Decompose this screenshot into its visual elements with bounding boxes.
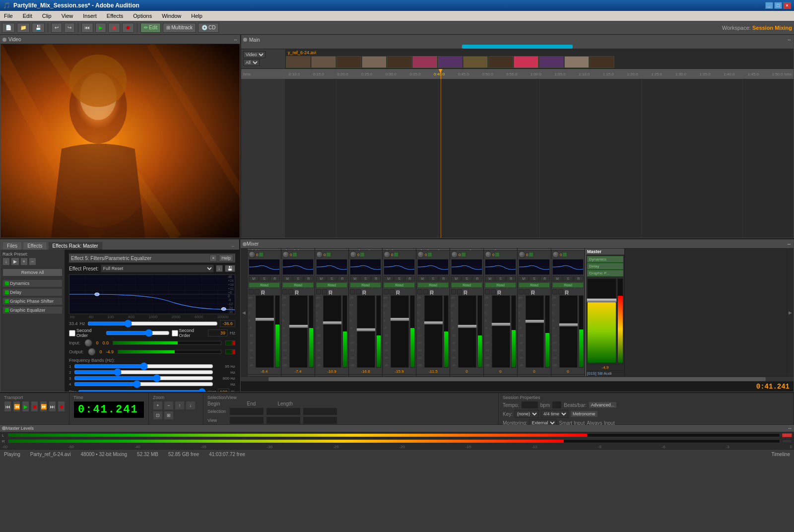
tempo-input[interactable]: 120 (521, 401, 538, 409)
rack-btn-2[interactable]: ▶ (11, 258, 19, 266)
r-btn-6[interactable]: R (463, 289, 468, 294)
ch-solo-5[interactable]: S (428, 276, 438, 281)
h-scrollbar[interactable] (241, 44, 794, 49)
r-btn-4[interactable]: R (396, 289, 400, 294)
ch-r-4[interactable]: R (405, 276, 415, 281)
master-graphic[interactable]: Graphic P... (587, 270, 623, 276)
advanced-btn[interactable]: Advanced... (589, 401, 617, 408)
ch-mute-4[interactable]: M (384, 276, 394, 281)
ch-fader-track-4[interactable] (391, 295, 409, 368)
ch-read-7[interactable]: Read (485, 282, 516, 288)
master-fader-handle[interactable] (587, 298, 617, 302)
ch-read-4[interactable]: Read (384, 282, 415, 288)
ch-solo-8[interactable]: S (529, 276, 539, 281)
effect-help-btn[interactable]: Help (219, 255, 233, 262)
ch-mute-6[interactable]: M (451, 276, 461, 281)
r-btn-0[interactable]: R (261, 289, 265, 294)
ch-knob-pan-5[interactable] (417, 251, 424, 258)
eq-slider-right[interactable] (106, 330, 170, 336)
input-knob[interactable] (84, 339, 92, 347)
toolbar-open[interactable]: 📁 (17, 23, 30, 33)
ch-fader-handle-4[interactable] (390, 318, 409, 321)
send-btn-2-3[interactable] (356, 289, 361, 294)
r-btn-3[interactable]: R (362, 289, 367, 294)
ch-mute-5[interactable]: M (417, 276, 427, 281)
ch-fader-handle-1[interactable] (289, 325, 308, 328)
send-btn-1-3[interactable] (350, 289, 355, 294)
ch-mute-1[interactable]: M (282, 276, 292, 281)
ch-solo-9[interactable]: S (563, 276, 573, 281)
menu-view[interactable]: View (60, 12, 75, 20)
toolbar-new[interactable]: 📄 (2, 23, 15, 33)
r-btn-8[interactable]: R (530, 289, 535, 294)
zoom-out-h[interactable]: − (164, 401, 174, 410)
t-record[interactable]: ⏺ (58, 401, 65, 412)
ch-read-6[interactable]: Read (451, 282, 482, 288)
zoom-out-v[interactable]: ↓ (186, 401, 196, 410)
ch-solo-7[interactable]: S (495, 276, 505, 281)
ch-knob-pan-8[interactable] (519, 251, 526, 258)
transport-record[interactable]: ⏺ (122, 23, 134, 33)
r-btn-9[interactable]: R (564, 289, 569, 294)
remove-all-btn[interactable]: Remove All (2, 268, 63, 276)
send-btn-2-6[interactable] (457, 289, 462, 294)
t-play[interactable]: ▶ (22, 401, 29, 412)
ch-knob-pan-6[interactable] (451, 251, 458, 258)
ch-fader-handle-9[interactable] (559, 323, 578, 327)
key-select[interactable]: (none) (515, 410, 539, 418)
effect-delay[interactable]: Delay (2, 288, 63, 296)
ch-read-5[interactable]: Read (417, 282, 449, 288)
track-all-select[interactable]: All (243, 59, 260, 66)
second-order-1[interactable] (69, 330, 75, 336)
mixer-channels-scroll[interactable]: ◀ Kick/Snare L [01S] SB Aud 0 (241, 249, 794, 376)
t-back-start[interactable]: ⏮ (4, 401, 11, 412)
ch-fader-track-0[interactable] (256, 295, 274, 368)
preset-btn[interactable]: ↓ (216, 265, 223, 272)
mode-multitrack[interactable]: ⊞ Multitrack (163, 23, 196, 33)
rack-btn-3[interactable]: + (20, 258, 28, 266)
t-stop[interactable]: ⏹ (31, 401, 38, 412)
ch-r-0[interactable]: R (270, 276, 280, 281)
transport-rewind[interactable]: ⏮ (81, 23, 93, 33)
ch-fader-handle-7[interactable] (491, 323, 511, 326)
maximize-btn[interactable]: □ (774, 2, 782, 9)
ch-solo-4[interactable]: S (394, 276, 404, 281)
master-dynamics[interactable]: Dynamics (587, 256, 623, 263)
menu-effects[interactable]: Effects (105, 12, 125, 20)
ch-fader-track-8[interactable] (526, 295, 544, 368)
ch-mute-0[interactable]: M (249, 276, 259, 281)
ch-solo-0[interactable]: S (259, 276, 269, 281)
preset-select[interactable]: Full Reset (101, 265, 214, 272)
ch-mute-2[interactable]: M (316, 276, 326, 281)
ch-r-3[interactable]: R (371, 276, 381, 281)
mixer-scroll-right[interactable]: ▶ (787, 249, 794, 376)
t-fwd[interactable]: ⏩ (40, 401, 47, 412)
ch-knob-pan-7[interactable] (485, 251, 492, 258)
ch-read-1[interactable]: Read (282, 282, 314, 288)
metronome-btn[interactable]: Metronome (570, 410, 598, 417)
menu-help[interactable]: Help (189, 12, 204, 20)
menu-file[interactable]: File (2, 12, 15, 20)
ch-knob-pan-0[interactable] (249, 251, 256, 258)
menu-insert[interactable]: Insert (81, 12, 99, 20)
send-btn-1-6[interactable] (451, 289, 456, 294)
ch-solo-1[interactable]: S (293, 276, 303, 281)
r-btn-2[interactable]: R (328, 289, 333, 294)
zoom-fit[interactable]: ⊡ (153, 411, 163, 420)
send-btn-1-7[interactable] (485, 289, 490, 294)
send-btn-2-4[interactable] (390, 289, 395, 294)
preset-save-btn[interactable]: 💾 (225, 265, 235, 272)
minimize-btn[interactable]: _ (765, 2, 773, 9)
ch-fader-handle-0[interactable] (255, 318, 274, 321)
send-btn-2-8[interactable] (525, 289, 529, 294)
send-btn-1-1[interactable] (282, 289, 287, 294)
ch-fader-track-5[interactable] (424, 295, 443, 368)
zoom-full[interactable]: ⊞ (164, 411, 174, 420)
zoom-in-h[interactable]: + (153, 401, 163, 410)
ch-r-9[interactable]: R (574, 276, 584, 281)
eq-graph[interactable]: dB+24+18+12+6 0 -6-12-24-36 (69, 274, 235, 314)
mixer-collapse[interactable]: ↔ (787, 241, 792, 247)
sel-length[interactable]: 0:00.000 (303, 407, 337, 415)
ch-fader-track-7[interactable] (492, 295, 510, 368)
ch-fader-track-1[interactable] (289, 295, 308, 368)
